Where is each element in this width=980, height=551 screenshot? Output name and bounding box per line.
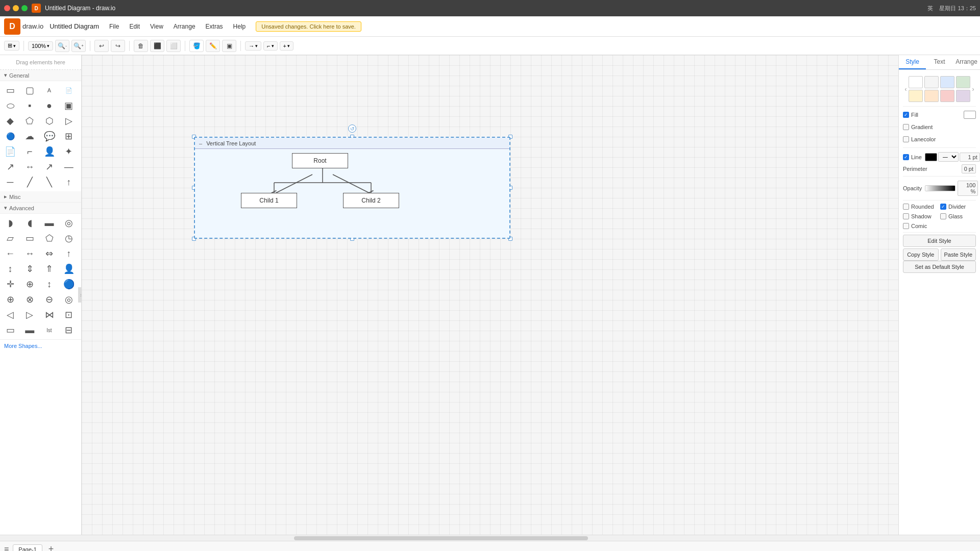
shape-cylinder[interactable]: 🔵 — [2, 129, 18, 143]
divider-checkbox[interactable]: ✓ — [940, 204, 946, 210]
set-default-style-button[interactable]: Set as Default Style — [903, 261, 976, 273]
line-width-value[interactable]: 1 pt — [960, 153, 980, 162]
menu-extras[interactable]: Extras — [202, 21, 227, 32]
adv-shape-11[interactable]: ⇔ — [41, 246, 58, 261]
adv-shape-4[interactable]: ◎ — [61, 216, 77, 230]
line-color-button[interactable]: ✏️ — [206, 40, 220, 52]
swatch-light-yellow[interactable] — [909, 90, 923, 102]
rotate-handle[interactable]: ↺ — [348, 124, 356, 133]
page-tab-1[interactable]: Page-1 — [13, 544, 42, 552]
adv-shape-8[interactable]: ◷ — [61, 231, 77, 245]
shape-corner[interactable]: ⌐ — [21, 144, 38, 159]
undo-button[interactable]: ↩ — [94, 40, 109, 52]
section-advanced[interactable]: ▾ Advanced — [0, 203, 81, 214]
section-general[interactable]: ▾ General — [0, 70, 81, 81]
adv-shape-20[interactable]: 🔵 — [61, 277, 77, 291]
shadow-button[interactable]: ▣ — [222, 40, 236, 52]
menu-edit[interactable]: Edit — [125, 21, 144, 32]
adv-shape-25[interactable]: ◁ — [2, 308, 18, 322]
h-scrollbar[interactable] — [0, 535, 980, 541]
to-back-button[interactable]: ⬜ — [166, 40, 181, 52]
more-shapes-link[interactable]: More Shapes... — [0, 339, 81, 352]
close-button[interactable] — [4, 5, 10, 11]
shape-rect[interactable]: ▭ — [2, 83, 18, 97]
root-node[interactable]: Root — [292, 153, 348, 168]
adv-shape-12[interactable]: ↑ — [61, 246, 77, 261]
adv-shape-21[interactable]: ⊕ — [2, 292, 18, 307]
opacity-slider[interactable] — [925, 185, 955, 191]
shape-table[interactable]: ⊞ — [61, 129, 77, 143]
h-scroll-thumb[interactable] — [294, 536, 588, 540]
color-prev-button[interactable]: ‹ — [903, 86, 909, 93]
tab-arrange[interactable]: Arrange — [953, 55, 980, 69]
to-front-button[interactable]: ⬛ — [150, 40, 164, 52]
edit-style-button[interactable]: Edit Style — [903, 235, 976, 247]
shape-curved-arrow[interactable]: ↗ — [2, 160, 18, 174]
shape-line-d2[interactable]: ╲ — [41, 175, 58, 189]
shape-arrow-right[interactable]: ▷ — [61, 114, 77, 128]
swatch-light-green[interactable] — [956, 76, 970, 88]
shape-line[interactable]: — — [61, 160, 77, 174]
adv-shape-31[interactable]: lst — [41, 323, 58, 337]
paste-style-button[interactable]: Paste Style — [941, 248, 976, 261]
child1-node[interactable]: Child 1 — [241, 193, 297, 208]
line-color-preview[interactable] — [925, 153, 937, 161]
line-checkbox[interactable]: ✓ — [903, 154, 909, 160]
shape-arrow-both[interactable]: ↔ — [21, 160, 38, 174]
add-page-button[interactable]: + — [48, 544, 54, 551]
shape-circle[interactable]: ● — [41, 98, 58, 113]
swatch-light-orange[interactable] — [924, 90, 939, 102]
fill-checkbox[interactable]: ✓ — [903, 112, 909, 118]
zoom-in-button[interactable]: 🔍+ — [71, 40, 86, 52]
adv-shape-5[interactable]: ▱ — [2, 231, 18, 245]
adv-shape-23[interactable]: ⊖ — [41, 292, 58, 307]
window-controls[interactable] — [4, 5, 28, 11]
shape-person[interactable]: 👤 — [41, 144, 58, 159]
view-dropdown[interactable]: ⊞▾ — [4, 41, 19, 51]
connection-style-dropdown[interactable]: →▾ — [245, 41, 261, 51]
adv-shape-32[interactable]: ⊟ — [61, 323, 77, 337]
shadow-checkbox[interactable] — [903, 213, 909, 219]
adv-shape-22[interactable]: ⊗ — [21, 292, 38, 307]
shape-text[interactable]: A — [41, 83, 58, 97]
section-misc[interactable]: ▸ Misc — [0, 191, 81, 203]
swatch-light-blue[interactable] — [940, 76, 954, 88]
menu-file[interactable]: File — [105, 21, 123, 32]
redo-button[interactable]: ↪ — [111, 40, 125, 52]
adv-shape-3[interactable]: ▬ — [41, 216, 58, 230]
diagram-container[interactable]: ↺ – Vertical Tree Layout — [194, 137, 510, 239]
comic-checkbox[interactable] — [903, 223, 909, 229]
shape-pentagon[interactable]: ⬠ — [21, 114, 38, 128]
shape-hexagon[interactable]: ⬡ — [41, 114, 58, 128]
adv-shape-27[interactable]: ⋈ — [41, 308, 58, 322]
adv-shape-29[interactable]: ▭ — [2, 323, 18, 337]
shape-diamond[interactable]: ◆ — [2, 114, 18, 128]
adv-shape-24[interactable]: ◎ — [61, 292, 77, 307]
delete-button[interactable]: 🗑 — [134, 40, 148, 52]
adv-shape-17[interactable]: ✛ — [2, 277, 18, 291]
adv-shape-14[interactable]: ⇕ — [21, 262, 38, 276]
fill-color-preview[interactable] — [964, 111, 976, 119]
adv-shape-30[interactable]: ▬ — [21, 323, 38, 337]
shape-note[interactable]: 📄 — [61, 83, 77, 97]
gradient-checkbox[interactable] — [903, 124, 909, 130]
shape-arrow-diag[interactable]: ↗ — [41, 160, 58, 174]
left-panel-collapse[interactable]: › — [78, 287, 82, 303]
adv-shape-2[interactable]: ◖ — [21, 216, 38, 230]
shape-arrow-s[interactable]: ↑ — [61, 175, 77, 189]
adv-shape-16[interactable]: 👤 — [61, 262, 77, 276]
shape-line-d[interactable]: ╱ — [21, 175, 38, 189]
shape-doc[interactable]: 📄 — [2, 144, 18, 159]
adv-shape-6[interactable]: ▭ — [21, 231, 38, 245]
lanecolor-checkbox[interactable] — [903, 136, 909, 142]
adv-shape-26[interactable]: ▷ — [21, 308, 38, 322]
copy-style-button[interactable]: Copy Style — [903, 248, 939, 261]
canvas[interactable]: ↺ – Vertical Tree Layout — [82, 55, 898, 535]
swatch-light-pink[interactable] — [940, 90, 954, 102]
adv-shape-19[interactable]: ↕ — [41, 277, 58, 291]
diagram-box[interactable]: – Vertical Tree Layout — [194, 137, 510, 239]
swatch-white[interactable] — [909, 76, 923, 88]
maximize-button[interactable] — [21, 5, 28, 11]
adv-shape-28[interactable]: ⊡ — [61, 308, 77, 322]
color-next-button[interactable]: › — [970, 86, 976, 93]
